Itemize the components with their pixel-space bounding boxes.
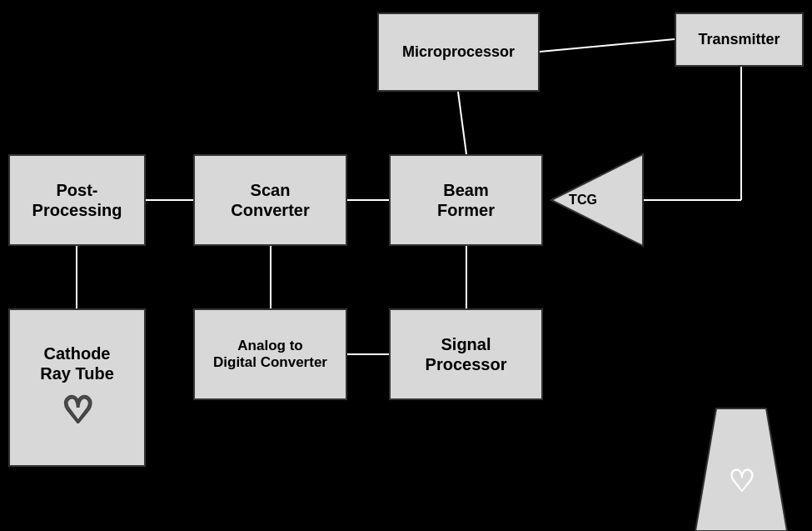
microprocessor-box: Microprocessor [377, 13, 540, 92]
analog-digital-label: Analog toDigital Converter [213, 338, 327, 372]
svg-line-1 [540, 39, 675, 52]
transmitter-label: Transmitter [698, 31, 780, 49]
cathode-ray-tube-label: CathodeRay Tube [40, 343, 114, 383]
scan-converter-label: ScanConverter [231, 180, 309, 220]
transmitter-box: Transmitter [675, 13, 804, 67]
tcg-label: TCG [569, 193, 597, 207]
diagram: TCG ♡ Microprocessor Transmitter Post-Pr… [0, 0, 812, 531]
svg-line-0 [458, 92, 466, 154]
svg-marker-11 [695, 408, 787, 531]
cathode-ray-tube-heart: ♡ [62, 390, 93, 432]
signal-processor-box: SignalProcessor [389, 308, 543, 400]
scan-converter-box: ScanConverter [193, 154, 347, 246]
beam-former-box: BeamFormer [389, 154, 543, 246]
post-processing-box: Post-Processing [8, 154, 146, 246]
post-processing-label: Post-Processing [32, 180, 122, 220]
signal-processor-label: SignalProcessor [426, 334, 507, 374]
svg-marker-10 [551, 154, 643, 246]
svg-text:♡: ♡ [728, 464, 755, 498]
analog-digital-box: Analog toDigital Converter [193, 308, 347, 400]
microprocessor-label: Microprocessor [402, 43, 515, 62]
beam-former-label: BeamFormer [437, 180, 495, 220]
cathode-ray-tube-box: CathodeRay Tube ♡ [8, 308, 146, 467]
